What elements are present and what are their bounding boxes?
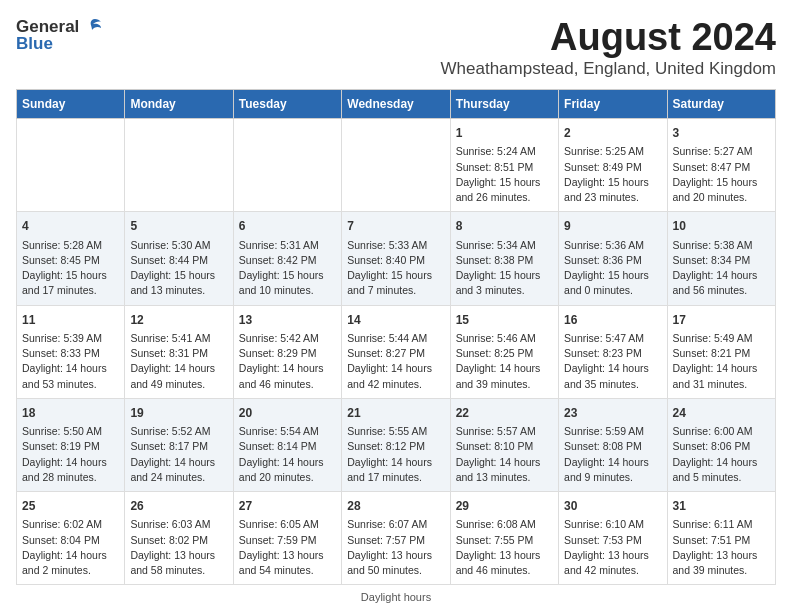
day-info: Sunset: 7:53 PM [564,533,661,548]
calendar-cell: 21Sunrise: 5:55 AMSunset: 8:12 PMDayligh… [342,398,450,491]
day-info: Sunset: 8:10 PM [456,439,553,454]
day-info: Sunset: 8:17 PM [130,439,227,454]
day-info: and 24 minutes. [130,470,227,485]
day-info: Daylight: 15 hours [456,268,553,283]
calendar-cell [233,119,341,212]
day-info: and 53 minutes. [22,377,119,392]
day-info: and 46 minutes. [239,377,336,392]
day-info: Daylight: 13 hours [239,548,336,563]
day-info: and 13 minutes. [130,283,227,298]
day-info: Sunset: 8:40 PM [347,253,444,268]
day-number: 15 [456,312,553,329]
day-info: Daylight: 15 hours [673,175,770,190]
day-info: and 49 minutes. [130,377,227,392]
day-info: Sunrise: 5:57 AM [456,424,553,439]
day-number: 21 [347,405,444,422]
day-info: Sunrise: 5:27 AM [673,144,770,159]
day-number: 18 [22,405,119,422]
day-number: 16 [564,312,661,329]
day-info: Daylight: 15 hours [564,175,661,190]
day-number: 8 [456,218,553,235]
day-number: 22 [456,405,553,422]
day-info: Sunrise: 5:50 AM [22,424,119,439]
day-info: Sunset: 8:29 PM [239,346,336,361]
calendar-cell: 1Sunrise: 5:24 AMSunset: 8:51 PMDaylight… [450,119,558,212]
header-day-monday: Monday [125,90,233,119]
day-info: and 39 minutes. [456,377,553,392]
day-info: Daylight: 14 hours [22,455,119,470]
day-info: Sunrise: 6:00 AM [673,424,770,439]
subtitle: Wheathampstead, England, United Kingdom [441,59,776,79]
calendar-cell: 8Sunrise: 5:34 AMSunset: 8:38 PMDaylight… [450,212,558,305]
day-info: and 35 minutes. [564,377,661,392]
day-info: Daylight: 13 hours [347,548,444,563]
day-info: Daylight: 14 hours [22,548,119,563]
day-info: Sunset: 8:19 PM [22,439,119,454]
day-info: Sunset: 7:59 PM [239,533,336,548]
day-number: 10 [673,218,770,235]
calendar-cell: 20Sunrise: 5:54 AMSunset: 8:14 PMDayligh… [233,398,341,491]
calendar-week-row: 25Sunrise: 6:02 AMSunset: 8:04 PMDayligh… [17,492,776,585]
day-info: and 20 minutes. [239,470,336,485]
day-info: Sunrise: 6:03 AM [130,517,227,532]
day-info: Daylight: 14 hours [239,455,336,470]
day-info: and 23 minutes. [564,190,661,205]
day-info: Sunrise: 5:39 AM [22,331,119,346]
calendar-cell [342,119,450,212]
day-info: Daylight: 14 hours [456,361,553,376]
day-number: 5 [130,218,227,235]
day-number: 3 [673,125,770,142]
day-info: Daylight: 13 hours [564,548,661,563]
header-day-sunday: Sunday [17,90,125,119]
day-info: Sunrise: 6:08 AM [456,517,553,532]
day-info: Sunrise: 5:41 AM [130,331,227,346]
calendar-week-row: 1Sunrise: 5:24 AMSunset: 8:51 PMDaylight… [17,119,776,212]
logo: General Blue [16,16,103,54]
calendar-cell: 28Sunrise: 6:07 AMSunset: 7:57 PMDayligh… [342,492,450,585]
day-number: 24 [673,405,770,422]
day-info: and 13 minutes. [456,470,553,485]
day-info: Sunset: 8:21 PM [673,346,770,361]
header-day-wednesday: Wednesday [342,90,450,119]
day-info: Daylight: 14 hours [347,455,444,470]
footer-text: Daylight hours [361,591,431,603]
day-info: Sunset: 8:14 PM [239,439,336,454]
calendar-cell: 19Sunrise: 5:52 AMSunset: 8:17 PMDayligh… [125,398,233,491]
calendar-cell: 18Sunrise: 5:50 AMSunset: 8:19 PMDayligh… [17,398,125,491]
calendar-cell [125,119,233,212]
calendar-cell: 7Sunrise: 5:33 AMSunset: 8:40 PMDaylight… [342,212,450,305]
day-info: Sunset: 8:42 PM [239,253,336,268]
header-day-saturday: Saturday [667,90,775,119]
logo-blue: Blue [16,34,53,54]
day-info: and 42 minutes. [564,563,661,578]
calendar-cell: 14Sunrise: 5:44 AMSunset: 8:27 PMDayligh… [342,305,450,398]
day-number: 1 [456,125,553,142]
day-info: and 39 minutes. [673,563,770,578]
day-number: 9 [564,218,661,235]
calendar-cell: 9Sunrise: 5:36 AMSunset: 8:36 PMDaylight… [559,212,667,305]
day-info: Daylight: 14 hours [130,361,227,376]
calendar-cell: 6Sunrise: 5:31 AMSunset: 8:42 PMDaylight… [233,212,341,305]
day-info: Sunset: 8:49 PM [564,160,661,175]
day-info: Sunrise: 6:10 AM [564,517,661,532]
day-info: Sunrise: 5:38 AM [673,238,770,253]
calendar-header-row: SundayMondayTuesdayWednesdayThursdayFrid… [17,90,776,119]
day-info: Sunrise: 5:55 AM [347,424,444,439]
day-info: Daylight: 15 hours [456,175,553,190]
day-info: Sunset: 8:06 PM [673,439,770,454]
calendar-cell: 17Sunrise: 5:49 AMSunset: 8:21 PMDayligh… [667,305,775,398]
calendar-table: SundayMondayTuesdayWednesdayThursdayFrid… [16,89,776,585]
day-info: Sunrise: 5:54 AM [239,424,336,439]
day-info: and 50 minutes. [347,563,444,578]
day-info: and 10 minutes. [239,283,336,298]
day-info: and 42 minutes. [347,377,444,392]
day-info: Sunrise: 6:11 AM [673,517,770,532]
calendar-week-row: 11Sunrise: 5:39 AMSunset: 8:33 PMDayligh… [17,305,776,398]
day-info: Sunset: 8:02 PM [130,533,227,548]
calendar-cell: 4Sunrise: 5:28 AMSunset: 8:45 PMDaylight… [17,212,125,305]
day-info: Sunrise: 5:25 AM [564,144,661,159]
day-number: 17 [673,312,770,329]
header: General Blue August 2024 Wheathampstead,… [16,16,776,79]
day-info: and 28 minutes. [22,470,119,485]
day-info: and 7 minutes. [347,283,444,298]
